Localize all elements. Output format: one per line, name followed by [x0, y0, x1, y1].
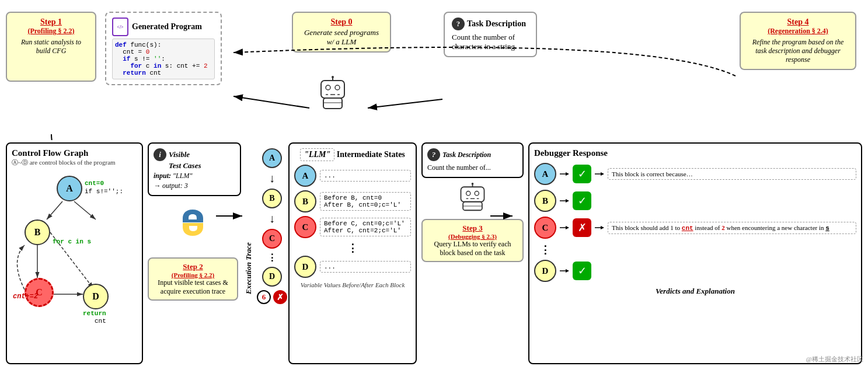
step3-td-title: ? Task Description: [427, 148, 518, 161]
info-icon: i: [154, 148, 166, 161]
dbg-arrow-D: [560, 266, 569, 276]
step2-label: Step 2: [155, 262, 231, 271]
svg-marker-39: [566, 226, 569, 229]
dbg-cross-C: ✗: [573, 218, 591, 237]
dbg-node-B: B: [534, 190, 556, 212]
dbg-row-D: D ✓: [534, 260, 856, 282]
cfg-node-B: B: [25, 219, 50, 245]
step0-label: Step 0: [300, 18, 383, 27]
is-node-D: D: [294, 256, 316, 278]
step4-label: Step 4: [748, 18, 848, 27]
et-arrow-2: ↓: [269, 212, 275, 225]
svg-line-15: [47, 201, 62, 219]
is-state-C: Before C, cnt=0;c='L' After C, cnt=2;c='…: [320, 218, 411, 236]
et-node-B: B: [262, 189, 282, 208]
svg-point-11: [332, 76, 334, 78]
et-node-A: A: [262, 148, 282, 168]
step3-td-text: Count the number of...: [427, 163, 518, 172]
dbg-arrow-C2: [595, 223, 604, 232]
gen-program-box: Generated Program def func(s): cnt = 0 i…: [105, 12, 222, 85]
svg-line-16: [74, 201, 96, 219]
is-row-D: D ...: [294, 256, 411, 278]
step0-desc: Generate seed programs w/ a LLM: [300, 28, 383, 47]
verdicts-label: Verdicts and Explanation: [534, 287, 856, 296]
et-items: A ↓ B ↓ C ⋮ D 6 ✗: [257, 142, 287, 304]
svg-line-2: [233, 96, 309, 108]
svg-point-6: [335, 85, 340, 90]
is-state-D: ...: [320, 261, 411, 273]
step4-sub: (Regeneration § 2.4): [748, 27, 848, 36]
step3-label: Step 3: [428, 224, 517, 233]
cfg-label-if: if s!='';:: [85, 188, 123, 195]
is-row-B: B Before B, cnt=0 After B, cnt=0;c='L': [294, 190, 411, 212]
step2-sub: (Profiling § 2.2): [155, 271, 231, 278]
dbg-row-C: C ✗ This block should add 1 to cnt inste…: [534, 217, 856, 239]
cfg-box: Control Flow Graph Ⓐ~Ⓓ are control block…: [6, 142, 143, 364]
dbg-comment-A: This block is correct because…: [608, 168, 856, 180]
is-dots: ⋮: [294, 242, 411, 255]
inter-states-title: "LLM" Intermediate States: [294, 148, 411, 161]
step3-llm-icon: [421, 183, 524, 214]
step0-box: Step 0 Generate seed programs w/ a LLM: [292, 12, 391, 53]
cfg-label-for: for c in s: [53, 238, 91, 245]
dbg-check-A: ✓: [573, 165, 591, 183]
dbg-arrow-A2: [595, 169, 604, 179]
dbg-node-D: D: [534, 260, 556, 282]
et-node-D: D: [262, 267, 282, 287]
svg-point-20: [189, 216, 191, 218]
svg-marker-33: [566, 172, 569, 176]
svg-point-24: [475, 191, 479, 196]
code-file-icon: [112, 18, 128, 36]
step3-q-icon: ?: [427, 148, 440, 161]
cfg-node-D: D: [83, 284, 109, 309]
is-state-B: Before B, cnt=0 After B, cnt=0;c='L': [320, 192, 411, 211]
cfg-label-return: return: [83, 310, 106, 317]
svg-point-29: [472, 183, 474, 185]
is-node-C: C: [294, 216, 316, 238]
dbg-node-A: A: [534, 163, 556, 185]
step3-sub: (Debugging § 2.3): [428, 233, 517, 240]
main-container: Step 1 (Profiling § 2.2) Run static anal…: [0, 0, 868, 366]
step3-col: ? Task Description Count the number of..…: [421, 142, 524, 364]
watermark: @稀土掘金技术社区: [806, 355, 863, 364]
bottom-row: Control Flow Graph Ⓐ~Ⓓ are control block…: [6, 142, 862, 364]
exec-trace-label: Execution Trace: [244, 177, 253, 294]
step1-sub: (Profiling § 2.2): [14, 27, 88, 36]
step1-box: Step 1 (Profiling § 2.2) Run static anal…: [6, 12, 96, 82]
dbg-check-D: ✓: [573, 262, 591, 280]
is-node-B: B: [294, 190, 316, 212]
svg-marker-37: [566, 199, 569, 203]
var-values-label: Variable Values Before/After Each Block: [294, 281, 411, 288]
top-row: Step 1 (Profiling § 2.2) Run static anal…: [6, 6, 862, 140]
cfg-node-A: A: [57, 176, 82, 201]
question-icon: ?: [452, 18, 465, 30]
svg-marker-41: [601, 226, 604, 229]
cfg-subtitle: Ⓐ~Ⓓ are control blocks of the program: [12, 158, 137, 167]
dbg-arrow-A: [560, 169, 569, 179]
inter-states-box: "LLM" Intermediate States A ... B Before…: [288, 142, 417, 364]
result-cross: ✗: [273, 290, 287, 304]
gen-program-title: Generated Program: [112, 18, 215, 36]
svg-line-3: [368, 99, 442, 108]
svg-point-21: [194, 227, 197, 229]
is-state-A: ...: [320, 170, 411, 182]
cfg-label-cnt0: cnt=0: [85, 180, 104, 187]
svg-point-5: [326, 85, 330, 90]
step2-box: Step 2 (Profiling § 2.2) Input visible t…: [148, 257, 238, 301]
task-desc-text: Count the number of characters in a stri…: [452, 33, 529, 51]
svg-rect-22: [461, 187, 484, 201]
is-row-C: C Before C, cnt=0;c='L' After C, cnt=2;c…: [294, 216, 411, 238]
vtc-step2-col: i Visible Test Cases input: "LLM" → outp…: [148, 142, 238, 364]
dbg-check-B: ✓: [573, 191, 591, 210]
step2-desc: Input visible test cases & acquire execu…: [155, 278, 231, 296]
exec-trace-col: Execution Trace A ↓ B ↓ C ⋮ D 6 ✗: [243, 142, 284, 364]
dbg-dots: ⋮: [534, 243, 856, 256]
svg-marker-43: [566, 269, 569, 273]
svg-rect-4: [321, 81, 344, 98]
cfg-label-cntplus: cnt+=2: [13, 292, 38, 301]
dbg-node-C: C: [534, 217, 556, 239]
vtc-input-row: input: "LLM": [154, 172, 235, 180]
et-node-C: C: [262, 229, 282, 249]
step3-box: Step 3 (Debugging § 2.3) Query LLMs to v…: [421, 219, 524, 262]
robot-icon: [315, 76, 350, 111]
